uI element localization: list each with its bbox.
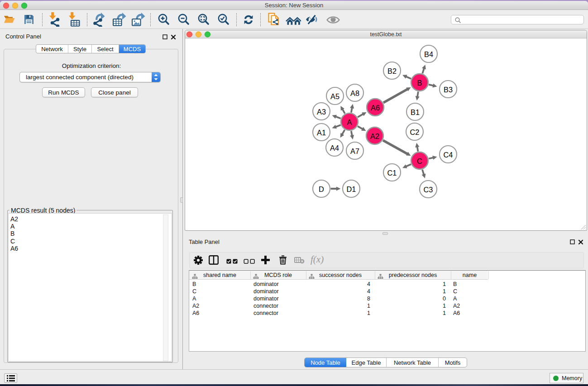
svg-text:A4: A4 (330, 144, 339, 152)
svg-text:C: C (417, 157, 422, 165)
svg-text:B2: B2 (387, 67, 397, 75)
svg-text:C3: C3 (424, 186, 433, 194)
svg-text:D: D (319, 185, 324, 193)
svg-text:C1: C1 (387, 169, 397, 177)
svg-text:B: B (417, 79, 422, 87)
svg-text:D1: D1 (347, 185, 356, 193)
svg-text:A8: A8 (350, 89, 359, 97)
svg-text:A7: A7 (350, 147, 359, 155)
svg-text:C4: C4 (444, 151, 453, 159)
svg-text:B1: B1 (411, 108, 420, 116)
svg-text:A3: A3 (317, 108, 326, 116)
svg-text:B3: B3 (444, 86, 453, 94)
svg-text:A5: A5 (330, 92, 339, 100)
svg-text:A2: A2 (370, 132, 379, 140)
svg-text:A6: A6 (371, 104, 380, 112)
svg-text:B4: B4 (424, 50, 433, 58)
svg-text:A: A (347, 118, 352, 126)
svg-text:C2: C2 (410, 128, 420, 136)
svg-text:A1: A1 (317, 129, 326, 137)
